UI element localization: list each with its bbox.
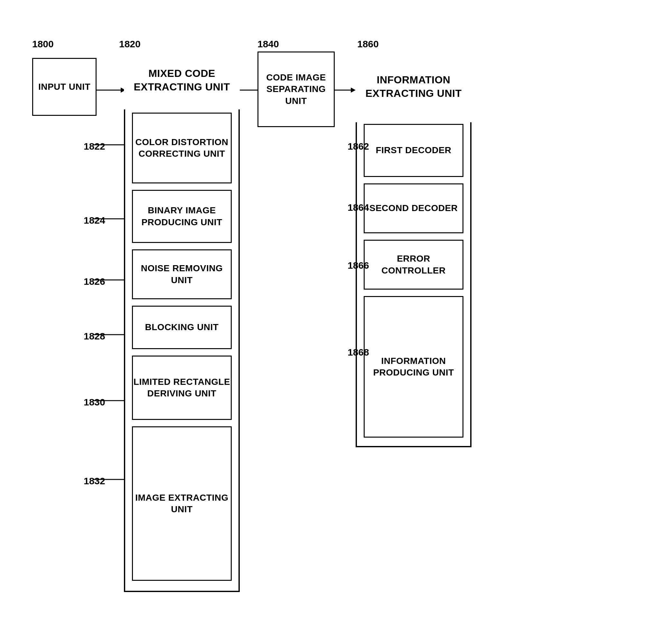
label-1822: 1822: [84, 141, 105, 152]
label-1826: 1826: [84, 276, 105, 287]
label-1862: 1862: [347, 141, 369, 152]
color-distortion-box: COLOR DISTORTION CORRECTING UNIT: [132, 113, 232, 184]
label-1800: 1800: [32, 39, 54, 49]
label-1830: 1830: [84, 397, 105, 408]
label-1868: 1868: [347, 347, 369, 358]
label-1866: 1866: [347, 260, 369, 271]
binary-image-box: BINARY IMAGE PRODUCING UNIT: [132, 190, 232, 243]
limited-rectangle-box: LIMITED RECTANGLE DERIVING UNIT: [132, 355, 232, 420]
label-1828: 1828: [84, 331, 105, 342]
mixed-code-title: MIXED CODE EXTRACTING UNIT: [124, 52, 240, 110]
second-decoder-box: SECOND DECODER: [364, 184, 463, 233]
label-1820: 1820: [119, 39, 141, 49]
information-extracting-title: INFORMATION EXTRACTING UNIT: [356, 52, 472, 122]
image-extracting-box: IMAGE EXTRACTING UNIT: [132, 426, 232, 581]
label-1832: 1832: [84, 476, 105, 486]
information-producing-box: INFORMATION PRODUCING UNIT: [364, 296, 463, 438]
first-decoder-box: FIRST DECODER: [364, 124, 463, 177]
label-1824: 1824: [84, 215, 105, 226]
svg-marker-5: [351, 88, 356, 93]
label-1860: 1860: [357, 39, 379, 49]
noise-removing-box: NOISE REMOVING UNIT: [132, 249, 232, 299]
blocking-unit-box: BLOCKING UNIT: [132, 306, 232, 349]
code-image-separating-box: CODE IMAGE SEPARATING UNIT: [257, 52, 335, 127]
label-1864: 1864: [347, 202, 369, 213]
label-1840: 1840: [257, 39, 279, 49]
error-controller-box: ERROR CONTROLLER: [364, 240, 463, 290]
input-unit-box: INPUT UNIT: [32, 58, 97, 116]
